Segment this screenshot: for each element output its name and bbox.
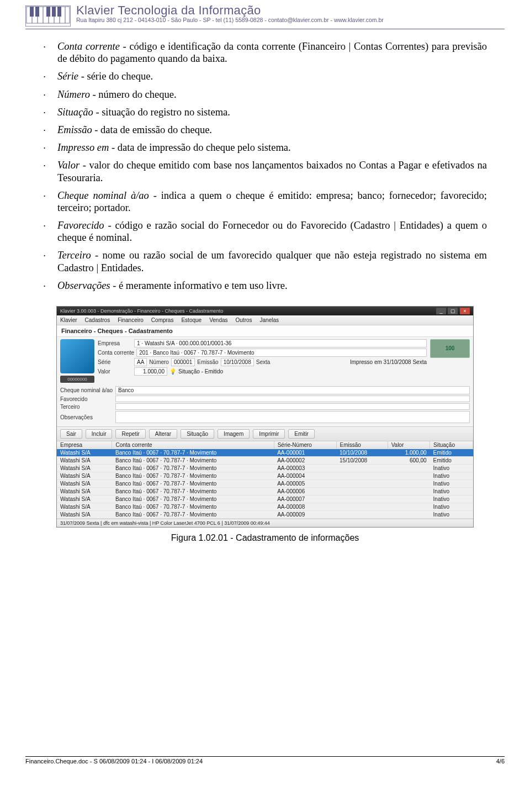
company-subtitle: Rua Itapiru 380 cj 212 - 04143-010 - São…	[76, 17, 505, 23]
bullet-item: ·Série - série do cheque.	[43, 70, 487, 82]
bullet-dot-icon: ·	[43, 280, 57, 292]
bullet-dot-icon: ·	[43, 124, 57, 136]
column-conta-corrente[interactable]: Conta corrente	[112, 441, 274, 449]
menu-item-janelas[interactable]: Janelas	[260, 317, 279, 323]
bullet-item: ·Número - número do cheque.	[43, 88, 487, 101]
menu-item-compras[interactable]: Compras	[151, 317, 174, 323]
favorecido-field[interactable]	[115, 396, 470, 402]
cell-empresa: Watashi S/A	[57, 511, 112, 519]
close-button[interactable]: ×	[460, 308, 470, 314]
numero-label: Número	[149, 359, 169, 365]
column-empresa[interactable]: Empresa	[57, 441, 112, 449]
company-title: Klavier Tecnologia da Informação	[76, 3, 505, 18]
bullet-item: ·Situação - situação do registro no sist…	[43, 106, 487, 118]
column-emiss-o[interactable]: Emissão	[336, 441, 388, 449]
bullet-rest: - código e identificação da conta corren…	[57, 41, 487, 64]
cell-sit: Inativo	[430, 472, 473, 480]
cell-conta: Banco Itaú · 0067 · 70.787-7 · Movimento	[112, 503, 274, 511]
cell-em	[336, 465, 388, 472]
valor-field[interactable]: 1.000,00	[134, 367, 167, 376]
menu-item-estoque[interactable]: Estoque	[181, 317, 202, 323]
window-controls: _ ▢ ×	[436, 308, 470, 314]
cell-em	[336, 488, 388, 495]
bullet-item: ·Valor - valor do cheque emitido com bas…	[43, 159, 487, 183]
cell-valor	[388, 511, 430, 519]
menu-item-outros[interactable]: Outros	[236, 317, 252, 323]
bullet-rest: - número do cheque.	[90, 89, 177, 100]
cell-sit: Inativo	[430, 488, 473, 495]
bullet-dot-icon: ·	[43, 40, 57, 65]
menu-item-klavier[interactable]: Klavier	[60, 317, 77, 323]
page-number: 4/6	[496, 758, 505, 764]
bullet-text: Número - número do cheque.	[57, 88, 487, 101]
bullet-term: Observações	[57, 280, 110, 291]
cell-empresa: Watashi S/A	[57, 488, 112, 495]
bullet-dot-icon: ·	[43, 249, 57, 273]
emissao-field[interactable]: 10/10/2008	[221, 358, 254, 366]
terceiro-field[interactable]	[115, 403, 470, 410]
column-situa-o[interactable]: Situação	[430, 441, 473, 449]
bullet-item: ·Impresso em - data de impressão do cheq…	[43, 141, 487, 154]
menu-item-financeiro[interactable]: Financeiro	[118, 317, 144, 323]
serie-field[interactable]: AA	[134, 358, 147, 366]
bullet-term: Favorecido	[57, 220, 104, 231]
incluir-button[interactable]: Incluir	[86, 429, 113, 439]
menu-item-cadastros[interactable]: Cadastros	[85, 317, 110, 323]
table-row[interactable]: Watashi S/ABanco Itaú · 0067 · 70.787-7 …	[57, 488, 473, 495]
empresa-label: Empresa	[98, 340, 132, 346]
cell-sn: AA-000007	[274, 495, 336, 503]
maximize-button[interactable]: ▢	[448, 308, 458, 314]
minimize-button[interactable]: _	[436, 308, 446, 314]
cell-conta: Banco Itaú · 0067 · 70.787-7 · Movimento	[112, 488, 274, 495]
piano-logo-icon	[25, 6, 71, 27]
menu-item-vendas[interactable]: Vendas	[209, 317, 227, 323]
cell-em	[336, 511, 388, 519]
bullet-rest: - data de emissão do cheque.	[92, 124, 212, 135]
column-valor[interactable]: Valor	[388, 441, 430, 449]
table-row[interactable]: Watashi S/ABanco Itaú · 0067 · 70.787-7 …	[57, 449, 473, 457]
nominal-label: Cheque nominal à/ao	[60, 387, 113, 393]
empresa-field[interactable]: 1 · Watashi S/A · 000.000.001/0001-36	[134, 339, 427, 347]
cell-em: 15/10/2008	[336, 457, 388, 465]
cell-em: 10/10/2008	[336, 449, 388, 457]
favorecido-label: Favorecido	[60, 396, 113, 402]
form-area-2: Cheque nominal à/ao Banco Favorecido Ter…	[57, 385, 473, 426]
records-grid[interactable]: EmpresaConta correnteSérie-NúmeroEmissão…	[57, 441, 473, 519]
svg-rect-10	[35, 7, 39, 17]
bullet-text: Terceiro - nome ou razão social de um fa…	[57, 249, 487, 273]
cell-sit: Inativo	[430, 495, 473, 503]
emitir-button[interactable]: Emitir	[288, 429, 315, 439]
cell-sn: AA-000003	[274, 465, 336, 472]
bullet-text: Conta corrente - código e identificação …	[57, 40, 487, 65]
table-row[interactable]: Watashi S/ABanco Itaú · 0067 · 70.787-7 …	[57, 457, 473, 465]
column-s-rie-n-mero[interactable]: Série-Número	[274, 441, 336, 449]
imprimir-button[interactable]: Imprimir	[253, 429, 285, 439]
numero-field[interactable]: 000001	[171, 358, 195, 366]
bullet-dot-icon: ·	[43, 70, 57, 82]
bullet-text: Observações - é meramente informativo e …	[57, 280, 487, 292]
conta-field[interactable]: 201 · Banco Itaú · 0067 · 70.787-7 · Mov…	[136, 349, 427, 357]
imagem-button[interactable]: Imagem	[218, 429, 250, 439]
window-titlebar: Klavier 3.00.003 - Demonstração - Financ…	[57, 307, 473, 315]
cell-valor	[388, 465, 430, 472]
sair-button[interactable]: Sair	[60, 429, 82, 439]
table-row[interactable]: Watashi S/ABanco Itaú · 0067 · 70.787-7 …	[57, 511, 473, 519]
alterar-button[interactable]: Alterar	[149, 429, 177, 439]
table-row[interactable]: Watashi S/ABanco Itaú · 0067 · 70.787-7 …	[57, 472, 473, 480]
bullet-rest: - nome ou razão social de um favorecido …	[57, 250, 487, 273]
table-row[interactable]: Watashi S/ABanco Itaú · 0067 · 70.787-7 …	[57, 503, 473, 511]
cell-conta: Banco Itaú · 0067 · 70.787-7 · Movimento	[112, 465, 274, 472]
action-toolbar: SairIncluirRepetirAlterarSituaçãoImagemI…	[57, 426, 473, 441]
footer-left: Financeiro.Cheque.doc - S 06/08/2009 01:…	[25, 758, 203, 764]
svg-rect-9	[30, 7, 34, 17]
table-row[interactable]: Watashi S/ABanco Itaú · 0067 · 70.787-7 …	[57, 480, 473, 488]
bullet-text: Favorecido - código e razão social do Fo…	[57, 219, 487, 244]
obs-field[interactable]	[115, 411, 470, 423]
figure-caption: Figura 1.02.01 - Cadastramento de inform…	[56, 533, 474, 543]
table-row[interactable]: Watashi S/ABanco Itaú · 0067 · 70.787-7 …	[57, 465, 473, 472]
situação-button[interactable]: Situação	[181, 429, 214, 439]
nominal-field[interactable]: Banco	[115, 386, 470, 394]
table-row[interactable]: Watashi S/ABanco Itaú · 0067 · 70.787-7 …	[57, 495, 473, 503]
repetir-button[interactable]: Repetir	[115, 429, 145, 439]
bullet-item: ·Emissão - data de emissão do cheque.	[43, 124, 487, 136]
